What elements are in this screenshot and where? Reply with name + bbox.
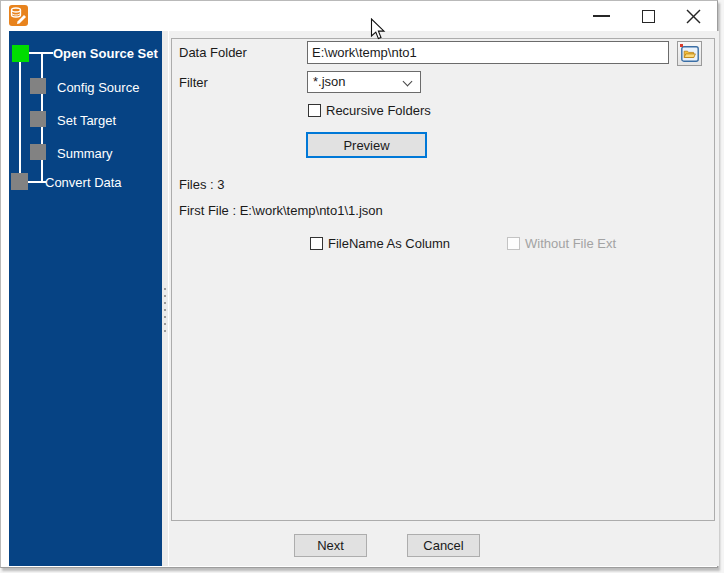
data-folder-input[interactable] (307, 41, 669, 64)
step-marker-config-source (30, 78, 46, 94)
browse-folder-button[interactable] (677, 41, 702, 66)
splitter-grip-dot (164, 288, 166, 290)
filter-dropdown[interactable]: *.json (307, 71, 421, 93)
data-folder-label: Data Folder (179, 45, 247, 61)
minimize-button[interactable] (580, 1, 622, 31)
without-file-ext-label: Without File Ext (525, 236, 616, 252)
close-button[interactable] (672, 1, 714, 31)
screen: Open Source Set Config Source Set Target… (0, 0, 724, 573)
without-file-ext-checkbox (507, 237, 520, 250)
source-settings-panel: Data Folder Filter *.json Recursive (171, 38, 715, 521)
close-icon (686, 9, 701, 24)
content-area: Data Folder Filter *.json Recursive (169, 31, 719, 566)
sidebar-step-set-target: Set Target (57, 112, 116, 129)
splitter-grip-dot (164, 295, 166, 297)
title-bar (1, 1, 717, 31)
tree-line-main (19, 62, 21, 182)
cancel-button[interactable]: Cancel (407, 534, 480, 557)
recursive-folders-label: Recursive Folders (326, 103, 431, 119)
recursive-folders-checkbox[interactable] (308, 104, 321, 117)
step-marker-set-target (30, 111, 46, 127)
files-count-text: Files : 3 (179, 177, 225, 193)
tree-line-bottom (28, 181, 46, 183)
step-marker-summary (30, 144, 46, 160)
step-marker-convert-data (11, 173, 28, 190)
wizard-sidebar: Open Source Set Config Source Set Target… (9, 31, 162, 566)
sidebar-splitter[interactable] (162, 31, 169, 566)
mouse-cursor-icon (370, 18, 386, 45)
next-button[interactable]: Next (294, 534, 367, 557)
minimize-icon (593, 15, 610, 17)
splitter-grip-dot (164, 330, 166, 332)
filter-label: Filter (179, 75, 208, 91)
maximize-button[interactable] (627, 1, 669, 31)
maximize-icon (642, 10, 655, 23)
folder-icon (681, 46, 699, 62)
sidebar-step-summary: Summary (57, 145, 113, 162)
sidebar-step-open-source-set: Open Source Set (53, 45, 158, 62)
filename-as-column-checkbox[interactable] (310, 237, 323, 250)
browse-button-dot (680, 44, 683, 47)
splitter-grip-dot (164, 323, 166, 325)
app-window: Open Source Set Config Source Set Target… (0, 0, 718, 568)
first-file-text: First File : E:\work\temp\nto1\1.json (179, 203, 383, 219)
splitter-grip-dot (164, 316, 166, 318)
chevron-down-icon (403, 77, 413, 87)
sidebar-step-config-source: Config Source (57, 79, 139, 96)
filename-as-column-label: FileName As Column (328, 236, 450, 252)
sidebar-step-convert-data: Convert Data (45, 174, 122, 191)
preview-button[interactable]: Preview (306, 132, 427, 158)
step-marker-open-source-set (12, 45, 29, 62)
filter-dropdown-value: *.json (313, 74, 346, 89)
database-edit-icon (9, 5, 28, 26)
splitter-grip-dot (164, 309, 166, 311)
splitter-grip-dot (164, 302, 166, 304)
